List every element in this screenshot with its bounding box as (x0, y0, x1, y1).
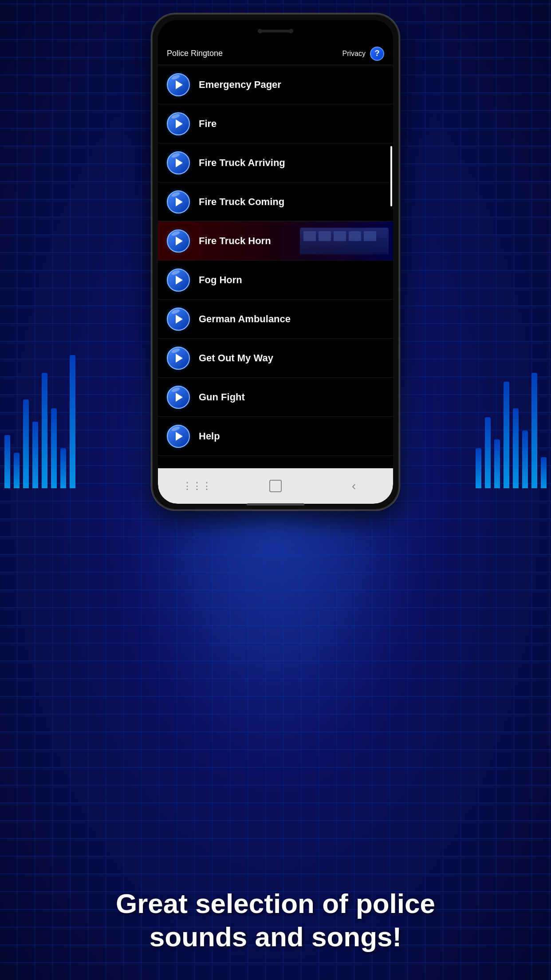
title-bar-actions: Privacy ? (342, 47, 384, 61)
list-item[interactable]: Fire (158, 104, 393, 143)
title-bar: Police Ringtone Privacy ? (158, 42, 393, 65)
recent-apps-button[interactable]: ⋮⋮⋮ (179, 475, 215, 497)
play-button-9[interactable] (167, 386, 190, 409)
eq-bars-left (0, 178, 80, 488)
tagline: Great selection of police sounds and son… (0, 887, 551, 953)
notch-bar (158, 20, 393, 42)
eq-bars-right (471, 178, 551, 488)
sound-label-5: Fire Truck Horn (199, 235, 271, 247)
play-button-6[interactable] (167, 269, 190, 292)
sound-label-9: Gun Fight (199, 391, 245, 403)
play-button-8[interactable] (167, 347, 190, 370)
list-item[interactable]: Fire Truck Arriving (158, 143, 393, 182)
list-item[interactable]: German Ambulance (158, 300, 393, 339)
tagline-text: Great selection of police sounds and son… (116, 888, 435, 952)
home-icon (269, 480, 282, 492)
sound-label-2: Fire (199, 118, 216, 130)
list-item[interactable]: Gun Fight (158, 378, 393, 417)
phone-shell: Police Ringtone Privacy ? Emergency Page… (151, 13, 400, 510)
back-button[interactable]: ‹ (336, 475, 372, 497)
recent-apps-icon: ⋮⋮⋮ (182, 480, 212, 492)
back-icon: ‹ (352, 479, 356, 493)
play-button-3[interactable] (167, 151, 190, 174)
list-item[interactable]: Help (158, 417, 393, 456)
play-button-7[interactable] (167, 308, 190, 331)
volume-up-button (151, 130, 153, 166)
play-button-4[interactable] (167, 190, 190, 213)
home-button[interactable] (258, 475, 293, 497)
speaker-grille (258, 30, 293, 32)
sound-label-7: German Ambulance (199, 313, 291, 325)
camera-dot-right (289, 29, 293, 33)
fire-truck-overlay (269, 221, 393, 261)
sound-label-4: Fire Truck Coming (199, 196, 284, 208)
nav-bar: ⋮⋮⋮ ‹ (158, 468, 393, 504)
help-icon: ? (375, 49, 380, 58)
sound-list[interactable]: Emergency PagerFireFire Truck ArrivingFi… (158, 65, 393, 468)
play-button-5[interactable] (167, 229, 190, 253)
sound-label-1: Emergency Pager (199, 79, 281, 91)
list-item[interactable]: Fog Horn (158, 261, 393, 300)
mute-switch (151, 95, 153, 117)
play-button-1[interactable] (167, 73, 190, 96)
truck-shape (300, 228, 389, 254)
power-button (398, 103, 400, 139)
sound-label-3: Fire Truck Arriving (199, 157, 285, 169)
list-item[interactable]: Fire Truck Horn (158, 221, 393, 261)
volume-down-button (398, 157, 400, 192)
play-button-2[interactable] (167, 112, 190, 135)
play-button-10[interactable] (167, 425, 190, 448)
home-indicator (247, 503, 304, 506)
sound-label-6: Fog Horn (199, 274, 242, 286)
list-item[interactable]: Emergency Pager (158, 65, 393, 104)
sound-label-8: Get Out My Way (199, 352, 273, 364)
sound-list-container: Emergency PagerFireFire Truck ArrivingFi… (158, 65, 393, 468)
sound-label-10: Help (199, 431, 220, 442)
list-item[interactable]: Fire Truck Coming (158, 182, 393, 221)
phone-screen: Police Ringtone Privacy ? Emergency Page… (158, 20, 393, 504)
privacy-link[interactable]: Privacy (342, 50, 366, 58)
list-item[interactable]: Get Out My Way (158, 339, 393, 378)
camera-dot-left (258, 29, 262, 33)
phone-container: Police Ringtone Privacy ? Emergency Page… (151, 13, 400, 510)
app-title: Police Ringtone (167, 49, 223, 58)
help-icon-circle[interactable]: ? (370, 47, 384, 61)
volume-down-left-button (151, 174, 153, 210)
